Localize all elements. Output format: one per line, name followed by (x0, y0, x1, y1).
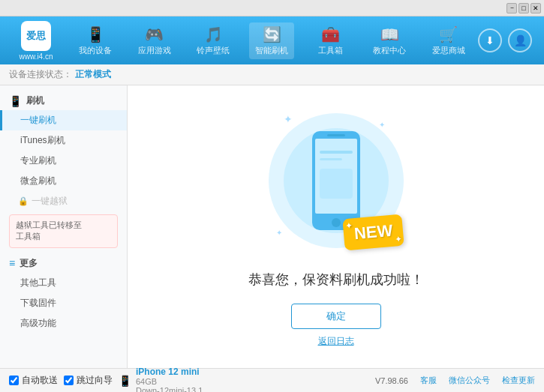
flash-section-icon: 📱 (9, 95, 22, 107)
bottom-bar: 自动歌送 跳过向导 📱 iPhone 12 mini 64GB Down-12m… (0, 368, 544, 392)
minimize-button[interactable]: － (506, 3, 517, 13)
header: 爱思 www.i4.cn 📱 我的设备 🎮 应用游戏 🎵 铃声壁纸 🔄 智能刷机… (0, 16, 544, 64)
more-section: ≡ 更多 其他工具 下载固件 高级功能 (0, 254, 127, 334)
sidebar-item-download-firmware[interactable]: 下载固件 (0, 293, 127, 313)
sidebar-section-flash: 📱 刷机 (0, 91, 127, 110)
customer-service-link[interactable]: 客服 (420, 375, 437, 386)
mall-icon: 🛒 (439, 25, 458, 43)
skip-wizard-label: 跳过向导 (77, 374, 113, 387)
svg-rect-5 (320, 158, 342, 160)
close-button[interactable]: ✕ (530, 3, 541, 13)
svg-rect-3 (327, 134, 345, 136)
content-area: ✦ ✦ ✦ NEW 恭喜您，保资料刷机成功啦！ 确定 (128, 85, 544, 368)
ringtones-icon: 🎵 (204, 25, 223, 43)
sparkle-3: ✦ (276, 229, 282, 237)
title-bar: － □ ✕ (0, 0, 544, 16)
nav-mall[interactable]: 🛒 爱思商城 (426, 22, 471, 59)
sidebar-item-one-click-jailbreak: 🔒 一键越狱 (0, 191, 127, 211)
auto-next-label: 自动歌送 (22, 374, 58, 387)
nav-app-games[interactable]: 🎮 应用游戏 (132, 22, 177, 59)
new-badge: NEW (342, 214, 404, 251)
nav-smart-shop[interactable]: 🔄 智能刷机 (249, 22, 294, 59)
more-section-icon: ≡ (9, 257, 15, 269)
sparkle-2: ✦ (379, 121, 385, 129)
device-phone-icon: 📱 (119, 375, 131, 387)
app-games-label: 应用游戏 (138, 45, 171, 56)
auto-next-checkbox[interactable]: 自动歌送 (9, 374, 58, 387)
lock-icon: 🔒 (18, 196, 29, 206)
my-device-label: 我的设备 (79, 45, 112, 56)
svg-rect-6 (320, 169, 353, 199)
smart-shop-label: 智能刷机 (255, 45, 288, 56)
status-bar: 设备连接状态： 正常模式 (0, 64, 544, 85)
sidebar-item-itunes-flash[interactable]: iTunes刷机 (0, 130, 127, 151)
sidebar: 📱 刷机 一键刷机 iTunes刷机 专业刷机 微盒刷机 🔒 一键越狱 越狱工具… (0, 85, 128, 368)
device-info: 📱 iPhone 12 mini 64GB Down-12mini-13,1 (119, 367, 203, 393)
device-details: iPhone 12 mini 64GB Down-12mini-13,1 (136, 367, 203, 393)
mall-label: 爱思商城 (432, 45, 465, 56)
header-right: ⬇ 👤 (478, 28, 538, 52)
tutorials-icon: 📖 (380, 25, 399, 43)
back-link[interactable]: 返回日志 (318, 335, 354, 348)
success-message: 恭喜您，保资料刷机成功啦！ (248, 271, 424, 289)
download-button[interactable]: ⬇ (478, 28, 502, 52)
logo-url: www.i4.cn (19, 52, 53, 61)
wechat-link[interactable]: 微信公众号 (449, 375, 490, 386)
smart-shop-icon: 🔄 (263, 25, 281, 43)
version-label: V7.98.66 (375, 376, 408, 385)
logo[interactable]: 爱思 www.i4.cn (6, 21, 66, 61)
bottom-left: 自动歌送 跳过向导 📱 iPhone 12 mini 64GB Down-12m… (9, 367, 203, 393)
app-games-icon: 🎮 (145, 25, 164, 43)
user-button[interactable]: 👤 (508, 28, 532, 52)
toolbox-label: 工具箱 (318, 45, 343, 56)
ringtones-label: 铃声壁纸 (197, 45, 230, 56)
jailbreak-label: 一键越狱 (32, 195, 68, 208)
skip-wizard-checkbox[interactable]: 跳过向导 (64, 374, 113, 387)
nav-ringtones[interactable]: 🎵 铃声壁纸 (191, 22, 236, 59)
maximize-button[interactable]: □ (518, 3, 529, 13)
sidebar-item-one-click-flash[interactable]: 一键刷机 (0, 110, 127, 130)
logo-icon: 爱思 (21, 21, 51, 51)
svg-rect-4 (320, 151, 353, 154)
status-value: 正常模式 (75, 68, 111, 81)
sidebar-item-micro-flash[interactable]: 微盒刷机 (0, 171, 127, 191)
auto-next-input[interactable] (9, 376, 19, 385)
nav-my-device[interactable]: 📱 我的设备 (73, 22, 118, 59)
flash-section-title: 刷机 (26, 94, 44, 107)
status-label: 设备连接状态： (9, 68, 72, 81)
sidebar-item-pro-flash[interactable]: 专业刷机 (0, 151, 127, 171)
more-section-title: 更多 (20, 257, 38, 270)
my-device-icon: 📱 (86, 25, 105, 43)
nav-toolbox[interactable]: 🧰 工具箱 (308, 22, 353, 59)
phone-illustration: ✦ ✦ ✦ NEW (261, 106, 411, 256)
sidebar-section-more: ≡ 更多 (0, 254, 127, 273)
sidebar-item-other-tools[interactable]: 其他工具 (0, 273, 127, 293)
device-firmware: Down-12mini-13,1 (136, 386, 203, 393)
sidebar-item-advanced-features[interactable]: 高级功能 (0, 313, 127, 334)
sidebar-notice: 越狱工具已转移至工具箱 (9, 214, 118, 248)
nav-bar: 📱 我的设备 🎮 应用游戏 🎵 铃声壁纸 🔄 智能刷机 🧰 工具箱 📖 教程中心… (66, 22, 478, 59)
nav-tutorials[interactable]: 📖 教程中心 (367, 22, 412, 59)
check-update-link[interactable]: 检查更新 (502, 375, 535, 386)
main-layout: 📱 刷机 一键刷机 iTunes刷机 专业刷机 微盒刷机 🔒 一键越狱 越狱工具… (0, 85, 544, 368)
sparkle-1: ✦ (284, 113, 293, 125)
device-storage: 64GB (136, 377, 203, 386)
skip-wizard-input[interactable] (64, 376, 74, 385)
confirm-button[interactable]: 确定 (291, 304, 381, 329)
svg-point-2 (332, 218, 341, 227)
tutorials-label: 教程中心 (373, 45, 406, 56)
bottom-right: V7.98.66 客服 微信公众号 检查更新 (375, 375, 535, 386)
toolbox-icon: 🧰 (321, 25, 340, 43)
